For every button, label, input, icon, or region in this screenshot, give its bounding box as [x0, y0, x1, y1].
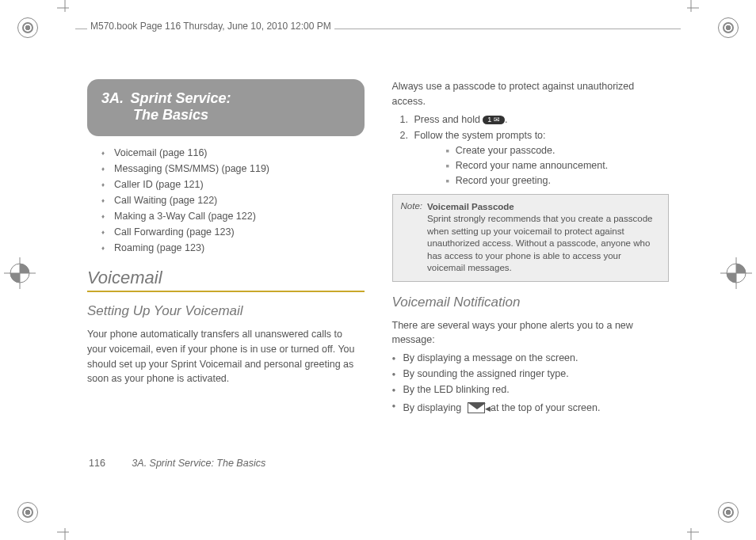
header-meta: M570.book Page 116 Thursday, June 10, 20… — [87, 21, 334, 32]
toc-list: Voicemail (page 116) Messaging (SMS/MMS)… — [101, 147, 365, 253]
notify-item: By displaying at the top of your screen. — [392, 400, 670, 413]
toc-item: Call Waiting (page 122) — [101, 195, 365, 206]
reg-mark-br — [718, 502, 739, 523]
note-title: Voicemail Passcode — [427, 202, 514, 211]
substep: Record your name announcement. — [432, 160, 670, 171]
notify-item: By displaying a message on the screen. — [392, 352, 670, 363]
heading-setup: Setting Up Your Voicemail — [87, 303, 365, 319]
steps-list: 1. Press and hold 1 ✉. 2. Follow the sys… — [400, 114, 670, 186]
notify-4a: By displaying — [403, 402, 464, 413]
step-1-text-b: . — [505, 114, 507, 125]
step-1: 1. Press and hold 1 ✉. — [400, 114, 670, 125]
heading-voicemail: Voicemail — [87, 268, 365, 292]
page-footer: 116 3A. Sprint Service: The Basics — [89, 458, 265, 469]
toc-item: Making a 3-Way Call (page 122) — [101, 211, 365, 222]
section-title-line2: The Basics — [133, 107, 350, 124]
step-2-text: Follow the system prompts to: — [414, 130, 546, 141]
note-text: Sprint strongly recommends that you crea… — [427, 214, 652, 272]
notify-item: By the LED blinking red. — [392, 384, 670, 395]
right-column: Always use a passcode to protect against… — [392, 79, 670, 485]
notify-item: By sounding the assigned ringer type. — [392, 368, 670, 379]
toc-item: Call Forwarding (page 123) — [101, 226, 365, 238]
reg-mark-tl — [17, 17, 38, 38]
page-content: 3A. Sprint Service: The Basics Voicemail… — [87, 79, 669, 485]
step-2: 2. Follow the system prompts to: Create … — [400, 130, 670, 186]
substeps: Create your passcode. Record your name a… — [432, 145, 670, 186]
toc-item: Caller ID (page 121) — [101, 179, 365, 190]
crop-mark — [57, 0, 73, 16]
section-number: 3A. — [101, 90, 124, 106]
toc-item: Voicemail (page 116) — [101, 147, 365, 158]
side-reg-mark — [0, 253, 40, 293]
crop-mark — [683, 524, 699, 540]
toc-item: Messaging (SMS/MMS) (page 119) — [101, 163, 365, 174]
step-1-text-a: Press and hold — [414, 114, 483, 125]
left-column: 3A. Sprint Service: The Basics Voicemail… — [87, 79, 365, 485]
substep: Record your greeting. — [432, 175, 670, 186]
toc-item: Roaming (page 123) — [101, 242, 365, 253]
side-reg-mark — [716, 253, 756, 293]
page-number: 116 — [89, 458, 105, 469]
substep: Create your passcode. — [432, 145, 670, 156]
note-box: Note: Voicemail Passcode Sprint strongly… — [392, 194, 670, 282]
heading-notification: Voicemail Notification — [392, 295, 670, 310]
notify-list: By displaying a message on the screen. B… — [392, 352, 670, 413]
reg-mark-tr — [718, 17, 739, 38]
section-heading-box: 3A. Sprint Service: The Basics — [87, 79, 365, 136]
para-notify: There are several ways your phone alerts… — [392, 318, 670, 348]
envelope-icon — [468, 402, 485, 413]
key-1-icon: 1 ✉ — [483, 116, 505, 124]
notify-4b: at the top of your screen. — [488, 402, 601, 413]
crop-mark — [683, 0, 699, 16]
reg-mark-bl — [17, 502, 38, 523]
footer-title: 3A. Sprint Service: The Basics — [132, 458, 265, 469]
crop-mark — [57, 524, 73, 540]
section-title-line1: Sprint Service: — [130, 90, 231, 106]
para-passcode: Always use a passcode to protect against… — [392, 79, 670, 109]
note-label: Note: — [401, 201, 423, 275]
para-setup: Your phone automatically transfers all u… — [87, 327, 365, 386]
note-body: Voicemail Passcode Sprint strongly recom… — [427, 201, 660, 275]
